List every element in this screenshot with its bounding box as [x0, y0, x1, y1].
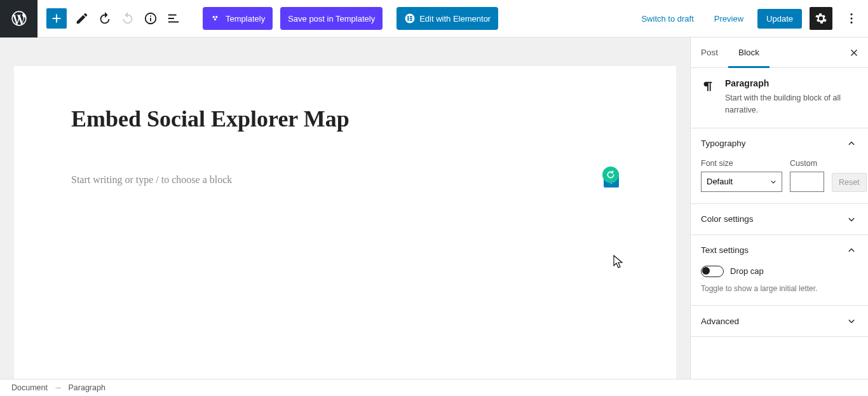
panel-advanced: Advanced — [691, 306, 868, 337]
block-info: Paragraph Start with the building block … — [691, 68, 868, 128]
info-button[interactable] — [139, 7, 162, 30]
svg-rect-7 — [410, 20, 412, 21]
reset-font-button[interactable]: Reset — [832, 173, 867, 192]
preview-button[interactable]: Preview — [708, 10, 750, 27]
editor-canvas[interactable]: Embed Social Explorer Map Start writing … — [14, 66, 676, 379]
more-options-button[interactable] — [840, 7, 863, 30]
svg-point-10 — [850, 22, 852, 24]
post-title[interactable]: Embed Social Explorer Map — [71, 104, 619, 134]
paragraph-icon — [701, 79, 716, 116]
grammarly-icon[interactable] — [602, 167, 619, 183]
breadcrumb-sep-icon: → — [54, 383, 62, 392]
svg-rect-6 — [410, 18, 412, 19]
toolbar-right: Switch to draft Preview Update — [635, 7, 868, 30]
chevron-down-icon — [845, 315, 858, 327]
dropcap-help: Toggle to show a large initial letter. — [701, 283, 858, 294]
toolbar-tools — [37, 7, 190, 30]
paragraph-placeholder[interactable]: Start writing or type / to choose a bloc… — [71, 174, 604, 186]
dropcap-label: Drop cap — [730, 266, 764, 276]
block-desc: Start with the building block of all nar… — [725, 92, 858, 116]
dropcap-toggle[interactable] — [701, 266, 724, 277]
panel-typography-toggle[interactable]: Typography — [691, 128, 868, 159]
svg-point-1 — [215, 16, 217, 18]
outline-button[interactable] — [162, 7, 185, 30]
sidebar-tabs: Post Block — [691, 38, 868, 68]
breadcrumb-root[interactable]: Document — [11, 383, 48, 392]
save-templately-button[interactable]: Save post in Templately — [280, 7, 383, 30]
tab-block[interactable]: Block — [728, 38, 770, 67]
wordpress-logo[interactable] — [0, 0, 37, 38]
templately-button[interactable]: Templately — [203, 7, 273, 30]
editor-toolbar: Templately Save post in Templately Edit … — [0, 0, 868, 38]
panel-color-label: Color settings — [701, 214, 754, 224]
elementor-label: Edit with Elementor — [419, 14, 491, 24]
templately-label: Templately — [226, 14, 265, 24]
tab-post[interactable]: Post — [691, 38, 728, 67]
panel-advanced-label: Advanced — [701, 317, 739, 326]
switch-draft-button[interactable]: Switch to draft — [635, 10, 700, 27]
panel-advanced-toggle[interactable]: Advanced — [691, 306, 868, 336]
font-size-label: Font size — [701, 159, 782, 168]
editor-canvas-wrap: Embed Social Explorer Map Start writing … — [0, 38, 690, 379]
svg-point-0 — [213, 16, 215, 18]
update-button[interactable]: Update — [757, 9, 802, 29]
panel-text: Text settings Drop cap Toggle to show a … — [691, 235, 868, 306]
add-block-button[interactable] — [46, 8, 67, 29]
custom-font-size-input[interactable] — [790, 172, 824, 192]
toolbar-plugins: Templately Save post in Templately Edit … — [198, 7, 503, 30]
edit-elementor-button[interactable]: Edit with Elementor — [397, 7, 498, 30]
undo-button[interactable] — [93, 7, 116, 30]
svg-rect-5 — [410, 16, 412, 17]
panel-color-toggle[interactable]: Color settings — [691, 204, 868, 235]
font-size-select[interactable]: Default — [701, 172, 782, 192]
panel-text-label: Text settings — [701, 245, 749, 255]
chevron-up-icon — [845, 137, 858, 150]
redo-button[interactable] — [116, 7, 139, 30]
panel-text-toggle[interactable]: Text settings — [691, 235, 868, 266]
custom-label: Custom — [790, 159, 824, 168]
chevron-down-icon — [845, 213, 858, 226]
cursor-icon — [613, 254, 625, 270]
svg-point-9 — [850, 17, 852, 19]
breadcrumb: Document → Paragraph — [0, 379, 868, 396]
panel-typography: Typography Font size Default — [691, 128, 868, 204]
panel-typography-label: Typography — [701, 139, 746, 148]
panel-color: Color settings — [691, 204, 868, 235]
close-sidebar-button[interactable] — [840, 47, 868, 58]
svg-point-2 — [214, 18, 216, 20]
settings-button[interactable] — [810, 7, 832, 30]
edit-mode-button[interactable] — [71, 7, 93, 30]
save-templately-label: Save post in Templately — [288, 14, 375, 24]
block-title: Paragraph — [725, 78, 858, 88]
breadcrumb-leaf[interactable]: Paragraph — [68, 383, 105, 392]
settings-sidebar: Post Block Paragraph Start with the buil… — [690, 38, 868, 379]
chevron-up-icon — [845, 244, 858, 257]
svg-point-8 — [850, 13, 852, 15]
svg-rect-4 — [407, 16, 409, 21]
